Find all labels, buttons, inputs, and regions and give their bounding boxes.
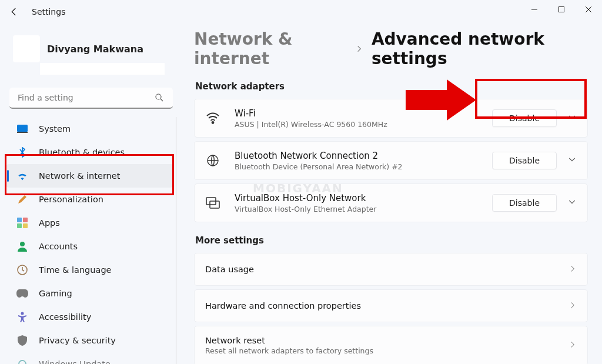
chevron-down-icon[interactable] [567,197,577,209]
adapter-desc: VirtualBox Host-Only Ethernet Adapter [235,205,376,213]
search-icon [154,92,165,105]
sidebar-item-accounts[interactable]: Accounts [6,235,173,258]
paintbrush-icon [16,193,28,205]
adapter-desc: Bluetooth Device (Personal Area Network)… [235,162,403,171]
profile-email-redacted [40,63,165,75]
adapter-row-virtualbox: VirtualBox Host-Only Network VirtualBox … [194,183,588,222]
disable-button[interactable]: Disable [492,152,557,169]
sidebar-item-time-language[interactable]: Time & language [6,258,173,282]
setting-row-hardware-properties[interactable]: Hardware and connection properties [194,289,588,322]
chevron-right-icon [568,300,577,312]
sidebar-item-label: Windows Update [39,359,111,364]
adapter-name: Wi-Fi [235,108,387,119]
profile-block[interactable]: Divyang Makwana [6,32,176,65]
chevron-right-icon [568,264,577,275]
sidebar-item-label: System [39,124,71,133]
sidebar-item-accessibility[interactable]: Accessibility [6,305,173,329]
annotation-red-box-sidebar [5,154,174,195]
annotation-red-box-disable [475,79,587,119]
sidebar-item-apps[interactable]: Apps [6,211,173,235]
avatar [13,35,40,62]
sidebar-item-windows-update[interactable]: Windows Update [6,352,173,364]
gamepad-icon [16,288,28,299]
chevron-right-icon [568,340,577,351]
window-title: Settings [32,7,65,16]
page-title: Advanced network settings [372,29,588,68]
update-icon [16,358,28,364]
svg-rect-11 [23,223,28,228]
adapter-desc: ASUS | Intel(R) Wireless-AC 9560 160MHz [235,120,387,129]
clock-globe-icon [16,264,28,276]
search-input[interactable] [9,88,173,109]
sidebar-item-label: Accessibility [39,312,91,322]
disable-button[interactable]: Disable [492,194,557,212]
sidebar-item-label: Accounts [39,242,78,251]
setting-row-data-usage[interactable]: Data usage [194,253,588,286]
sidebar-item-label: Personalization [39,195,103,204]
adapter-row-bluetooth: Bluetooth Network Connection 2 Bluetooth… [194,141,588,180]
svg-rect-8 [17,218,22,222]
sidebar-item-label: Time & language [39,265,112,275]
maximize-button[interactable] [548,0,575,19]
accessibility-icon [16,311,28,323]
sidebar-item-label: Apps [39,218,60,228]
ethernet-icon [205,195,220,211]
setting-label: Hardware and connection properties [205,301,361,310]
sidebar-item-gaming[interactable]: Gaming [6,282,173,305]
annotation-arrow [406,79,482,123]
close-button[interactable] [575,0,602,19]
chevron-right-icon [355,43,363,55]
person-icon [16,241,28,252]
svg-point-15 [212,122,214,123]
globe-network-icon [205,153,220,168]
svg-point-14 [21,312,24,315]
svg-point-12 [20,242,25,246]
sidebar-item-label: Gaming [39,289,72,298]
breadcrumb-parent[interactable]: Network & internet [194,29,347,68]
setting-label: Data usage [205,265,254,274]
svg-rect-10 [17,223,22,228]
shield-icon [16,335,28,346]
sidebar-item-system[interactable]: System [6,117,173,141]
svg-rect-9 [23,218,28,222]
breadcrumb: Network & internet Advanced network sett… [194,29,588,68]
setting-sublabel: Reset all network adapters to factory se… [205,346,373,355]
setting-label: Network reset [205,336,373,345]
sidebar-item-privacy[interactable]: Privacy & security [6,329,173,352]
svg-rect-7 [17,132,28,133]
section-header-more: More settings [195,235,588,246]
sidebar-item-label: Privacy & security [39,336,116,345]
profile-name: Divyang Makwana [47,44,143,55]
svg-point-4 [156,94,161,99]
minimize-button[interactable] [521,0,548,19]
setting-row-network-reset[interactable]: Network reset Reset all network adapters… [194,326,588,364]
svg-line-5 [160,99,163,101]
wifi-icon [205,111,220,126]
display-icon [16,123,28,135]
svg-rect-1 [559,7,564,12]
chevron-down-icon[interactable] [567,155,577,166]
adapter-name: VirtualBox Host-Only Network [235,193,376,203]
svg-rect-6 [17,125,28,132]
adapter-name: Bluetooth Network Connection 2 [235,151,403,161]
apps-icon [16,217,28,229]
back-button[interactable] [6,4,22,20]
